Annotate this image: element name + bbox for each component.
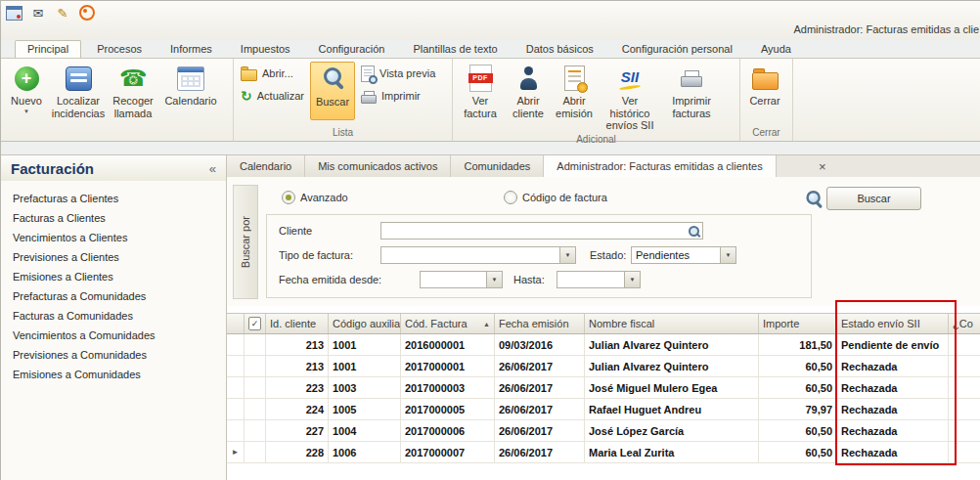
ribbon-tab[interactable]: Datos básicos [513,40,606,58]
cerrar-button[interactable]: Cerrar [743,62,786,120]
cliente-input[interactable] [381,224,688,238]
actualizar-button[interactable]: ↻ Actualizar [237,86,308,106]
abrir-button[interactable]: Abrir... [237,64,308,83]
calendario-button[interactable]: Calendario [160,62,221,120]
document-tab[interactable]: Mis comunicados activos [305,155,451,177]
sidebar-item[interactable]: Emisiones a Clientes [1,267,226,286]
column-header-importe[interactable]: Importe [759,314,837,333]
fecha-desde-combo[interactable]: ▼ [420,271,503,288]
cell-importe: 60,50 [759,420,837,441]
column-header-cod-factura[interactable]: Cód. Factura ▲ [401,314,495,333]
dropdown-arrow-icon[interactable]: ▼ [559,247,575,263]
row-checkbox-cell[interactable] [245,442,266,462]
ribbon-tab[interactable]: Principal [15,40,81,58]
column-header-estado-envio-sii[interactable]: Estado envío SII [837,314,949,333]
edit-icon[interactable]: ✎ [54,5,71,21]
sidebar-item[interactable]: Prefacturas a Clientes [1,189,226,208]
dropdown-arrow-icon[interactable]: ▼ [486,272,502,287]
cell-estado-envio-sii: Rechazada [837,442,949,462]
sidebar-item[interactable]: Vencimientos a Clientes [1,228,226,247]
buscar-button[interactable]: Buscar [826,187,921,210]
search-icon [321,66,344,92]
abrir-cliente-label: Abrir cliente [509,95,548,119]
imprimir-facturas-label: Imprimir facturas [665,95,718,119]
sidebar-item[interactable]: Vencimientos a Comunidades [1,326,226,345]
localizar-incidencias-button[interactable]: Localizar incidencias [51,62,106,120]
ribbon-group-caption-lista: Lista [234,126,452,141]
cell-fecha-emision: 26/06/2017 [495,377,585,398]
sidebar-item[interactable]: Previsiones a Comunidades [1,345,226,365]
select-all-header[interactable]: ✓ [245,314,266,333]
cell-fecha-emision: 26/06/2017 [495,442,585,462]
table-row[interactable]: 227 1004 2017000006 26/06/2017 José Lópe… [227,420,980,442]
sidebar-item[interactable]: Emisiones a Comunidades [1,365,226,384]
row-checkbox-cell[interactable] [245,334,266,355]
window-title: Administrador: Facturas emitidas a clie [793,23,979,35]
document-tab[interactable]: Calendario [227,155,305,177]
cell-nombre-fiscal: Julian Alvarez Quintero [585,334,759,355]
cliente-lookup-icon[interactable] [688,225,700,238]
sidebar-item[interactable]: Prefacturas a Comunidades [1,286,226,306]
table-row[interactable]: 224 1005 2017000005 26/06/2017 Rafael Hu… [227,399,980,420]
sidebar-item[interactable]: Facturas a Comunidades [1,306,226,326]
column-header-nombre-fiscal[interactable]: Nombre fiscal [585,314,759,333]
cell-nombre-fiscal: Rafael Huguet Andreu [585,399,759,419]
document-tab[interactable]: Comunidades [451,155,544,177]
document-tab[interactable]: Administrador: Facturas emitidas a clien… [544,155,776,177]
ribbon-tab[interactable]: Configuración [306,40,398,58]
sidebar-item[interactable]: Facturas a Clientes [1,208,226,228]
estado-combo[interactable]: Pendientes ▼ [631,246,736,264]
collapse-sidebar-icon[interactable]: « [209,161,216,176]
column-header-fecha-emision[interactable]: Fecha emisión [495,314,585,333]
cliente-label: Cliente [279,222,312,240]
imprimir-button[interactable]: Imprimir [357,86,439,106]
buscar-ribbon-label: Buscar [316,96,349,109]
ribbon-tab[interactable]: Procesos [84,40,155,58]
cell-fecha-emision: 26/06/2017 [495,356,585,376]
dropdown-caret-icon: ▼ [23,109,29,115]
ribbon-tab[interactable]: Plantillas de texto [400,40,510,58]
nuevo-button[interactable]: Nuevo ▼ [4,62,49,120]
row-indicator [227,356,245,376]
table-row[interactable]: 213 1001 2016000001 09/03/2016 Julian Al… [227,334,980,356]
search-icon[interactable] [804,190,820,207]
column-header-id-cliente[interactable]: Id. cliente [266,314,329,333]
cell-cod-factura: 2017000003 [401,377,495,398]
ribbon-tab[interactable]: Informes [157,40,225,58]
dropdown-arrow-icon[interactable]: ▼ [624,272,640,287]
vista-previa-button[interactable]: Vista previa [357,64,439,83]
column-header-extra[interactable]: ¿Co [949,314,980,333]
row-checkbox-cell[interactable] [245,420,266,441]
ver-historico-sii-button[interactable]: Ver histórico envíos SII [599,62,661,133]
radio-codigo-factura[interactable]: Código de factura [504,191,607,204]
column-header-codigo-auxiliar[interactable]: Código auxiliar [329,314,401,333]
ribbon-tab[interactable]: Ayuda [748,40,804,58]
checkbox-icon: ✓ [248,317,261,330]
abrir-cliente-button[interactable]: Abrir cliente [507,62,550,120]
recoger-llamada-button[interactable]: ☎ Recoger llamada [108,62,158,120]
sidebar-item[interactable]: Previsiones a Clientes [1,247,226,267]
imprimir-facturas-button[interactable]: Imprimir facturas [663,62,720,120]
app-window-icon[interactable] [5,5,22,21]
ribbon-tab[interactable]: Configuración personal [609,40,745,58]
row-checkbox-cell[interactable] [245,399,266,419]
table-row[interactable]: 213 1001 2017000001 26/06/2017 Julian Al… [227,356,980,377]
radio-avanzado[interactable]: Avanzado [282,191,348,204]
close-tab-icon[interactable]: × [814,159,831,174]
row-checkbox-cell[interactable] [245,377,266,398]
broadcast-button[interactable] [78,5,96,21]
table-row[interactable]: 223 1003 2017000003 26/06/2017 José Migu… [227,377,980,399]
table-row[interactable]: ► 228 1006 2017000007 26/06/2017 Maria L… [227,442,980,463]
row-checkbox-cell[interactable] [245,356,266,376]
mail-icon[interactable]: ✉ [29,5,47,21]
tipo-factura-combo[interactable]: ▼ [380,246,576,264]
cell-codigo-auxiliar: 1003 [329,377,401,398]
person-icon [517,65,539,91]
buscar-ribbon-button[interactable]: Buscar [310,62,355,120]
cell-id-cliente: 223 [266,377,329,398]
hasta-combo[interactable]: ▼ [557,271,641,288]
ribbon-tab[interactable]: Impuestos [228,40,303,58]
dropdown-arrow-icon[interactable]: ▼ [720,247,735,263]
abrir-emision-button[interactable]: Abrir emisión [552,62,597,120]
ver-factura-button[interactable]: Ver factura [456,62,505,120]
